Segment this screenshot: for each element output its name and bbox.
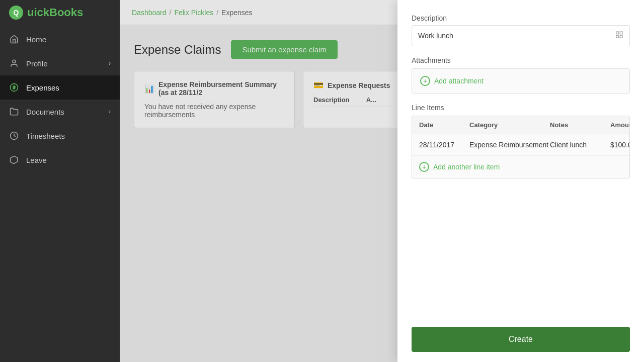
add-attachment-button[interactable]: + Add attachment — [420, 76, 621, 86]
col-category: Category — [469, 121, 550, 129]
sidebar-item-profile[interactable]: Profile › — [0, 51, 120, 75]
overlay-content: Description Work lunch Attachments + Add… — [397, 0, 644, 319]
add-line-item-label: Add another line item — [433, 163, 500, 171]
li-date: 28/11/2017 — [419, 141, 469, 149]
svg-rect-5 — [616, 35, 619, 38]
li-amount: $100.00 — [610, 141, 630, 149]
attachment-box: + Add attachment — [412, 68, 630, 94]
sidebar-item-label: Timesheets — [26, 132, 65, 140]
line-items-table: Date Category Notes Amount 28/11/2017 Ex… — [412, 116, 630, 178]
svg-point-0 — [13, 60, 16, 63]
sidebar-nav: Home Profile › Expenses — [0, 27, 120, 172]
chevron-right-icon: › — [109, 60, 111, 67]
description-input-wrapper[interactable]: Work lunch — [412, 25, 630, 46]
logo-text: uickBooks — [27, 6, 83, 19]
add-line-item-button[interactable]: + Add another line item — [412, 156, 629, 178]
col-date: Date — [419, 121, 469, 129]
add-attachment-label: Add attachment — [434, 77, 484, 85]
li-notes: Client lunch — [550, 141, 610, 149]
description-label: Description — [412, 14, 630, 22]
sidebar-item-expenses[interactable]: Expenses — [0, 75, 120, 100]
create-button[interactable]: Create — [412, 327, 630, 352]
sidebar: Q uickBooks Home Profile › — [0, 0, 120, 362]
li-category: Expense Reimbursement — [469, 141, 550, 149]
folder-icon — [9, 107, 19, 117]
plus-circle-icon: + — [420, 76, 430, 86]
overlay-backdrop — [120, 0, 397, 362]
line-items-section: Line Items Date Category Notes Amount 28… — [412, 104, 630, 178]
dollar-icon — [9, 82, 19, 93]
sidebar-item-label: Documents — [26, 108, 64, 116]
description-value: Work lunch — [418, 32, 453, 40]
clock-icon — [9, 131, 19, 141]
sidebar-item-leave[interactable]: Leave — [0, 148, 120, 172]
plane-icon — [9, 155, 19, 165]
attachments-section: Attachments + Add attachment — [412, 56, 630, 94]
expense-panel: Description Work lunch Attachments + Add… — [397, 0, 644, 362]
logo-icon: Q — [9, 6, 23, 20]
sidebar-item-label: Expenses — [26, 83, 59, 92]
chevron-right-icon: › — [109, 108, 111, 115]
line-items-label: Line Items — [412, 104, 630, 112]
logo: Q uickBooks — [0, 0, 120, 25]
person-icon — [9, 58, 19, 68]
grid-icon — [615, 31, 623, 41]
attachments-label: Attachments — [412, 56, 630, 64]
col-notes: Notes — [550, 121, 610, 129]
plus-circle-icon: + — [419, 162, 429, 172]
sidebar-item-label: Home — [26, 35, 46, 44]
description-group: Description Work lunch — [412, 14, 630, 46]
sidebar-item-label: Profile — [26, 59, 48, 68]
sidebar-item-timesheets[interactable]: Timesheets — [0, 124, 120, 148]
home-icon — [9, 34, 19, 44]
svg-rect-6 — [620, 35, 622, 38]
line-item-row: 28/11/2017 Expense Reimbursement Client … — [412, 134, 629, 156]
sidebar-item-documents[interactable]: Documents › — [0, 100, 120, 124]
svg-rect-4 — [620, 32, 622, 34]
sidebar-item-home[interactable]: Home — [0, 27, 120, 51]
col-amount: Amount — [610, 121, 630, 129]
svg-rect-3 — [616, 32, 619, 34]
sidebar-item-label: Leave — [26, 156, 47, 164]
create-btn-area: Create — [397, 319, 644, 362]
line-items-header: Date Category Notes Amount — [412, 116, 629, 134]
